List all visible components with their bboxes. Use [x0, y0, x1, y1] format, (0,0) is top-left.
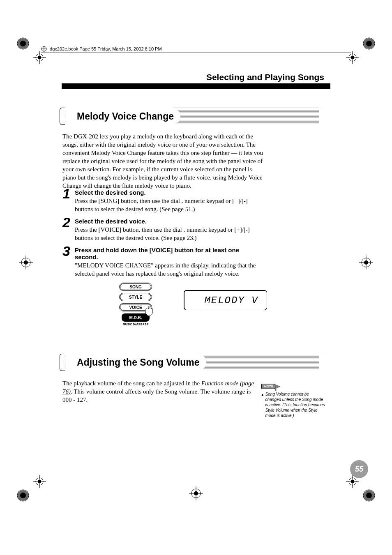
song-button: SONG	[119, 283, 152, 291]
section-title-melody: Melody Voice Change	[77, 111, 174, 122]
melody-intro-paragraph: The DGX-202 lets you play a melody on th…	[62, 133, 264, 190]
volume-intro-paragraph: The playback volume of the song can be a…	[62, 380, 256, 404]
svg-point-2	[20, 41, 26, 46]
step-3: 3 Press and hold down the [VOICE] button…	[62, 246, 264, 278]
step-1-heading: Select the desired song.	[75, 189, 264, 196]
svg-point-32	[20, 493, 26, 498]
note-tag: NOTE	[261, 384, 276, 389]
chapter-title: Selecting and Playing Songs	[206, 72, 324, 82]
crop-mark-bottom-left	[13, 472, 46, 505]
step-3-text: "MELODY VOICE CHANGE" appears in the dis…	[75, 262, 264, 278]
note-text: Song Volume cannot be changed unless the…	[265, 391, 325, 418]
volume-intro-post: . This volume control affects only the S…	[62, 388, 251, 403]
page-number-badge: 55	[350, 460, 368, 478]
chapter-divider	[62, 83, 330, 89]
note-flag-icon	[275, 385, 281, 391]
svg-point-25	[194, 491, 198, 495]
step-number-3: 3	[62, 243, 70, 259]
crop-mark-mid-left	[16, 252, 36, 273]
svg-point-13	[351, 56, 354, 59]
step-number-2: 2	[62, 214, 70, 230]
crop-mark-top-right	[346, 34, 379, 67]
step-2: 2 Select the desired voice. Press the [V…	[62, 218, 264, 242]
lcd-display: MELODY V	[184, 290, 267, 310]
crop-mark-bottom-center	[186, 483, 206, 504]
svg-point-36	[351, 480, 354, 483]
step-2-heading: Select the desired voice.	[75, 218, 264, 225]
step-1-text: Press the [SONG] button, then use the di…	[75, 197, 264, 214]
step-1: 1 Select the desired song. Press the [SO…	[62, 189, 264, 214]
book-icon	[41, 46, 47, 52]
step-number-1: 1	[62, 186, 70, 202]
svg-point-17	[24, 260, 28, 265]
step-3-heading: Press and hold down the [VOICE] button f…	[75, 246, 264, 260]
header-text: dgx202e.book Page 55 Friday, March 15, 2…	[50, 46, 162, 51]
bullet-dot: •	[261, 391, 264, 418]
svg-point-9	[366, 41, 372, 46]
note-box: NOTE • Song Volume cannot be changed unl…	[261, 384, 325, 418]
header-filename: dgx202e.book Page 55 Friday, March 15, 2…	[41, 46, 351, 53]
step-2-text: Press the [VOICE] button, then use the d…	[75, 226, 264, 242]
svg-point-39	[366, 493, 372, 498]
pointing-hand-icon	[145, 305, 157, 317]
page-number: 55	[355, 465, 363, 474]
lcd-text: MELODY V	[204, 295, 258, 306]
svg-point-21	[364, 260, 368, 265]
panel-buttons-illustration: SONG STYLE VOICE M.D.B. MUSIC DATABASE	[119, 283, 152, 326]
svg-point-29	[38, 480, 41, 483]
crop-mark-mid-right	[356, 252, 376, 273]
section-header-melody: Melody Voice Change	[63, 108, 329, 125]
section-header-volume: Adjusting the Song Volume	[63, 354, 329, 371]
section-title-volume: Adjusting the Song Volume	[77, 357, 200, 368]
volume-intro-pre: The playback volume of the song can be a…	[62, 380, 201, 387]
style-button: STYLE	[119, 293, 152, 301]
music-database-label: MUSIC DATABASE	[119, 323, 152, 326]
svg-point-6	[38, 56, 41, 59]
